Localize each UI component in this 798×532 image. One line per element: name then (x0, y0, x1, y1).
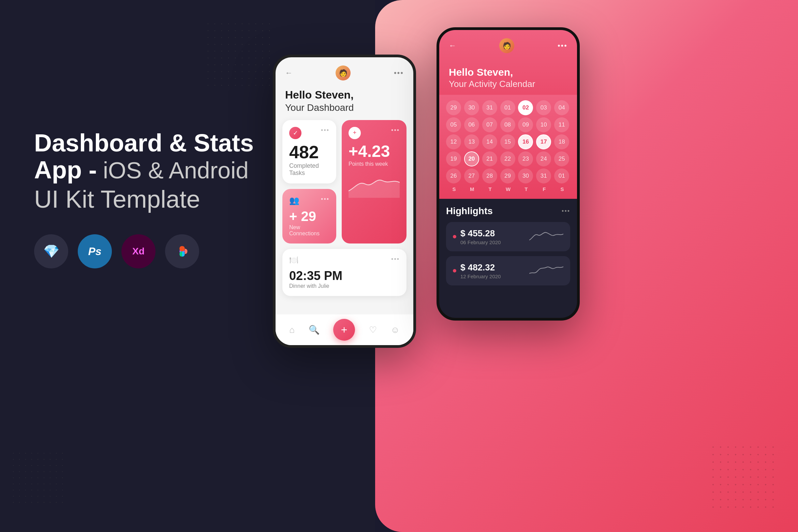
search-nav-icon[interactable]: 🔍 (309, 325, 320, 335)
heart-nav-icon[interactable]: ♡ (369, 325, 377, 335)
phone1-header: ← 🧑 ••• (276, 57, 413, 85)
cal-day-17[interactable]: 17 (536, 134, 551, 149)
cal-day-19[interactable]: 19 (446, 151, 461, 166)
hc2-date: 12 February 2020 (460, 274, 501, 279)
wd-t1: T (482, 186, 498, 192)
figma-icon[interactable] (165, 234, 199, 268)
card3-more[interactable]: ••• (321, 196, 329, 203)
cal-day-08[interactable]: 08 (500, 117, 515, 132)
xd-icon[interactable]: Xd (121, 234, 156, 268)
event-time: 02:35 PM (289, 269, 400, 283)
phone1-avatar[interactable]: 🧑 (336, 65, 351, 80)
card1-more[interactable]: ••• (321, 127, 329, 134)
cal-day-03[interactable]: 03 (536, 100, 551, 115)
highlight-card-2: $ 482.32 12 February 2020 (446, 256, 570, 285)
photoshop-icon[interactable]: Ps (78, 234, 112, 268)
card2-header: + ••• (349, 127, 400, 139)
phone1-greeting-name: Hello Steven, (285, 88, 404, 102)
completed-tasks-card: ✓ ••• 482 Completed Tasks (282, 120, 336, 183)
points-card: + ••• +4.23 Points this week (342, 120, 407, 243)
hc1-left: $ 455.28 06 February 2020 (453, 228, 501, 245)
cal-day-28[interactable]: 28 (482, 168, 497, 183)
hc2-dot (453, 269, 456, 272)
highlights-title: Highlights (446, 206, 493, 217)
completed-tasks-number: 482 (289, 143, 329, 161)
people-icon: 👥 (289, 196, 299, 205)
cal-day-30[interactable]: 30 (518, 168, 533, 183)
cal-day-12[interactable]: 12 (446, 134, 461, 149)
phone1-bottom-nav: ⌂ 🔍 + ♡ ☺ (276, 314, 413, 345)
phone2-more-icon[interactable]: ••• (558, 41, 567, 50)
wd-t2: T (518, 186, 534, 192)
cal-day-09[interactable]: 09 (518, 117, 533, 132)
sketch-icon[interactable]: 💎 (34, 234, 68, 268)
hc2-left: $ 482.32 12 February 2020 (453, 262, 501, 279)
phone2-greeting-subtitle: Your Activity Calendar (449, 79, 567, 89)
profile-nav-icon[interactable]: ☺ (390, 325, 400, 335)
card2-more[interactable]: ••• (391, 127, 400, 134)
home-nav-icon[interactable]: ⌂ (289, 325, 295, 335)
highlights-section: Highlights ••• $ 455.28 06 February 2020 (439, 199, 577, 297)
cal-day-21[interactable]: 21 (482, 151, 497, 166)
phone1-more-icon[interactable]: ••• (394, 69, 404, 77)
phone1-greeting-subtitle: Your Dashboard (285, 102, 404, 113)
cal-day-18[interactable]: 18 (554, 134, 569, 149)
cal-day-30[interactable]: 30 (464, 100, 479, 115)
hc1-dot (453, 235, 456, 238)
card4-header: 🍽️ ••• (289, 256, 400, 265)
cal-day-14[interactable]: 14 (482, 134, 497, 149)
cal-day-11[interactable]: 11 (554, 117, 569, 132)
phone1-cards-grid: ✓ ••• 482 Completed Tasks + ••• +4.23 Po… (276, 120, 413, 296)
cal-day-04[interactable]: 04 (554, 100, 569, 115)
cal-day-01[interactable]: 01 (500, 100, 515, 115)
cal-day-01[interactable]: 01 (554, 168, 569, 183)
cal-day-15[interactable]: 15 (500, 134, 515, 149)
cal-day-05[interactable]: 05 (446, 117, 461, 132)
card1-header: ✓ ••• (289, 127, 329, 139)
cal-day-13[interactable]: 13 (464, 134, 479, 149)
calendar-weekdays: S M T W T F S (446, 186, 570, 192)
calendar-section: 2930310102030405060708091011121314151617… (439, 95, 577, 199)
cal-day-02[interactable]: 02 (518, 100, 533, 115)
cal-day-10[interactable]: 10 (536, 117, 551, 132)
cal-day-31[interactable]: 31 (536, 168, 551, 183)
completed-tasks-label: Completed Tasks (289, 162, 329, 177)
cal-day-22[interactable]: 22 (500, 151, 515, 166)
cal-day-23[interactable]: 23 (518, 151, 533, 166)
phone2-back-icon[interactable]: ← (449, 41, 456, 50)
cal-day-16[interactable]: 16 (518, 134, 533, 149)
phone2-avatar[interactable]: 🧑 (499, 38, 514, 53)
highlights-more-icon[interactable]: ••• (562, 208, 570, 215)
cal-day-25[interactable]: 25 (554, 151, 569, 166)
calendar-grid: 2930310102030405060708091011121314151617… (446, 100, 570, 183)
connections-number: + 29 (289, 209, 329, 223)
cal-day-27[interactable]: 27 (464, 168, 479, 183)
card4-more[interactable]: ••• (391, 256, 400, 263)
cal-day-29[interactable]: 29 (500, 168, 515, 183)
fab-button[interactable]: + (333, 319, 355, 341)
cal-day-06[interactable]: 06 (464, 117, 479, 132)
wd-w: W (500, 186, 516, 192)
main-title-line1: Dashboard & Stats (34, 129, 254, 157)
phone2-greeting: Hello Steven, Your Activity Calendar (439, 57, 577, 95)
cal-day-31[interactable]: 31 (482, 100, 497, 115)
event-name: Dinner with Julie (289, 283, 400, 289)
cal-day-26[interactable]: 26 (446, 168, 461, 183)
phone-calendar: ← 🧑 ••• Hello Steven, Your Activity Cale… (437, 27, 580, 321)
cal-day-07[interactable]: 07 (482, 117, 497, 132)
connections-label: New Connections (289, 224, 329, 237)
phone2-greeting-name: Hello Steven, (449, 65, 567, 79)
cal-day-24[interactable]: 24 (536, 151, 551, 166)
hc1-info: $ 455.28 06 February 2020 (460, 228, 501, 245)
cal-day-20[interactable]: 20 (464, 151, 479, 166)
connections-card: 👥 ••• + 29 New Connections (282, 189, 336, 243)
cal-day-29[interactable]: 29 (446, 100, 461, 115)
card3-header: 👥 ••• (289, 196, 329, 205)
phones-wrapper: ← 🧑 ••• Hello Steven, Your Dashboard ✓ •… (273, 27, 580, 348)
points-chart (349, 171, 400, 199)
check-icon: ✓ (289, 127, 301, 139)
main-title-line2: App - (34, 157, 97, 183)
hc1-chart (529, 230, 563, 243)
phone1-back-icon[interactable]: ← (285, 69, 293, 77)
points-label: Points this week (349, 161, 400, 167)
